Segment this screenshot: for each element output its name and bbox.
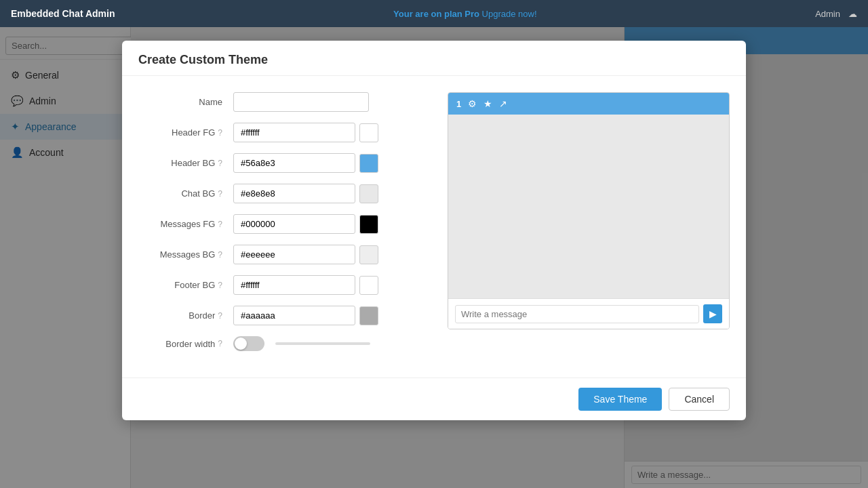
footer-bg-help-icon: ?: [218, 281, 222, 290]
messages-bg-swatch[interactable]: [359, 245, 378, 264]
upgrade-link[interactable]: Upgrade now!: [482, 9, 537, 19]
messages-fg-row: Messages FG ? #000000: [138, 214, 420, 234]
topbar: Embedded Chat Admin Your are on plan Pro…: [0, 0, 868, 27]
header-fg-help-icon: ?: [218, 128, 222, 138]
header-bg-help-icon: ?: [218, 159, 222, 168]
preview-chat-body: [448, 115, 729, 298]
border-width-label: Border width ?: [138, 339, 233, 349]
dialog-body: Name Header FG ? #ffffff: [122, 76, 746, 378]
name-input[interactable]: [233, 92, 369, 112]
border-row: Border ? #aaaaaa: [138, 306, 420, 325]
footer-bg-swatch[interactable]: [359, 276, 378, 295]
header-bg-swatch[interactable]: [359, 154, 378, 173]
header-fg-label: Header FG ?: [138, 127, 233, 138]
plan-text: Your are on plan: [393, 9, 465, 19]
preview-message-input[interactable]: [455, 305, 699, 323]
toggle-knob: [235, 338, 247, 350]
messages-fg-input-group: #000000: [233, 214, 420, 234]
footer-bg-input-group: #ffffff: [233, 275, 420, 295]
messages-bg-label: Messages BG ?: [138, 249, 233, 260]
preview-share-icon: ↗: [499, 98, 507, 109]
dialog-header: Create Custom Theme: [122, 41, 746, 76]
border-help-icon: ?: [218, 311, 222, 321]
chat-bg-row: Chat BG ? #e8e8e8: [138, 184, 420, 203]
messages-fg-swatch[interactable]: [359, 215, 378, 234]
messages-bg-row: Messages BG ? #eeeeee: [138, 245, 420, 264]
border-label: Border ?: [138, 310, 233, 321]
name-label: Name: [138, 97, 233, 107]
header-fg-input[interactable]: #ffffff: [233, 123, 355, 142]
dialog-footer: Save Theme Cancel: [122, 378, 746, 420]
header-fg-swatch[interactable]: [359, 123, 378, 142]
header-fg-row: Header FG ? #ffffff: [138, 123, 420, 142]
modal-overlay: Create Custom Theme Name Header FG: [0, 27, 868, 488]
header-bg-input-group: #56a8e3: [233, 153, 420, 173]
create-theme-dialog: Create Custom Theme Name Header FG: [122, 41, 746, 420]
messages-fg-label: Messages FG ?: [138, 219, 233, 229]
messages-bg-help-icon: ?: [218, 250, 222, 260]
save-theme-button[interactable]: Save Theme: [578, 388, 662, 411]
messages-bg-input[interactable]: #eeeeee: [233, 245, 355, 264]
topbar-right: Admin ☁: [815, 9, 857, 19]
preview-settings-icon: ⚙: [468, 98, 477, 109]
header-bg-label: Header BG ?: [138, 158, 233, 168]
cloud-icon: ☁: [848, 9, 857, 19]
border-swatch[interactable]: [359, 306, 378, 325]
preview-send-button[interactable]: ▶: [703, 304, 722, 323]
header-bg-input[interactable]: #56a8e3: [233, 153, 355, 173]
name-row: Name: [138, 92, 420, 112]
preview-star-icon: ★: [484, 98, 492, 109]
cancel-button[interactable]: Cancel: [669, 388, 730, 411]
dialog-preview: 1 ⚙ ★ ↗ ▶: [448, 92, 730, 361]
plan-name: Pro: [465, 9, 479, 19]
plan-info: Your are on plan Pro Upgrade now!: [115, 9, 816, 19]
header-fg-input-group: #ffffff: [233, 123, 420, 142]
footer-bg-row: Footer BG ? #ffffff: [138, 275, 420, 295]
border-width-help-icon: ?: [218, 339, 222, 348]
preview-chat-header: 1 ⚙ ★ ↗: [448, 93, 729, 115]
border-width-input-group: [233, 336, 420, 351]
footer-bg-label: Footer BG ?: [138, 280, 233, 290]
messages-bg-input-group: #eeeeee: [233, 245, 420, 264]
border-input[interactable]: #aaaaaa: [233, 306, 355, 325]
chat-bg-input[interactable]: #e8e8e8: [233, 184, 355, 203]
chat-bg-swatch[interactable]: [359, 184, 378, 203]
app-title: Embedded Chat Admin: [11, 8, 115, 19]
name-input-group: [233, 92, 420, 112]
admin-label: Admin: [815, 9, 840, 19]
border-width-row: Border width ?: [138, 336, 420, 351]
preview-chat: 1 ⚙ ★ ↗ ▶: [448, 92, 730, 329]
border-width-toggle[interactable]: [233, 336, 264, 351]
messages-fg-input[interactable]: #000000: [233, 214, 355, 234]
border-width-track: [275, 342, 370, 345]
border-input-group: #aaaaaa: [233, 306, 420, 325]
chat-bg-help-icon: ?: [218, 189, 222, 199]
chat-bg-input-group: #e8e8e8: [233, 184, 420, 203]
preview-chat-footer: ▶: [448, 298, 729, 329]
header-bg-row: Header BG ? #56a8e3: [138, 153, 420, 173]
preview-num: 1: [456, 99, 461, 109]
dialog-form: Name Header FG ? #ffffff: [138, 92, 420, 361]
footer-bg-input[interactable]: #ffffff: [233, 275, 355, 295]
chat-bg-label: Chat BG ?: [138, 188, 233, 199]
messages-fg-help-icon: ?: [218, 220, 222, 229]
